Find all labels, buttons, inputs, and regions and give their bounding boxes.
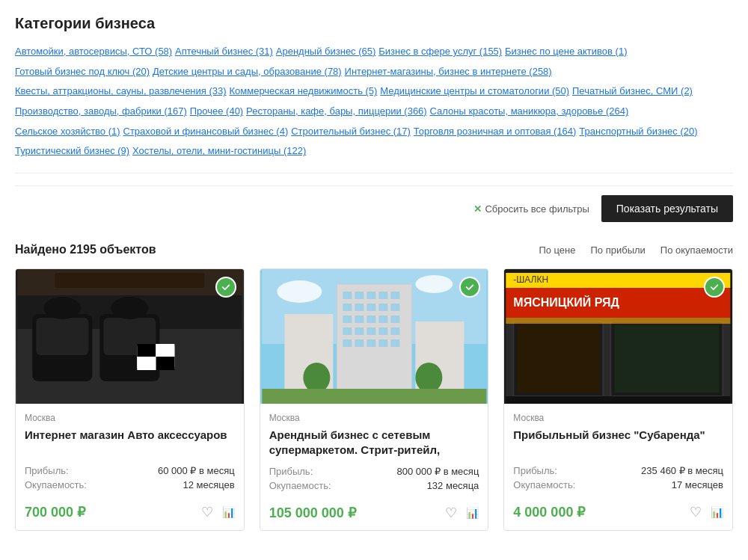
category-link-16[interactable]: Сельское хозяйство (1) (15, 126, 120, 137)
sort-option-2[interactable]: По окупаемости (660, 244, 733, 256)
card-actions: ♡📊 (445, 505, 479, 521)
payback-label: Окупаемость: (513, 479, 575, 490)
svg-point-11 (43, 297, 81, 319)
card-payback-row: Окупаемость:17 месяцев (513, 479, 723, 490)
category-link-4[interactable]: Бизнес по цене активов (1) (505, 46, 627, 57)
svg-rect-63 (506, 318, 731, 324)
category-link-17[interactable]: Страховой и финансовый бизнес (4) (123, 126, 289, 137)
svg-point-17 (277, 280, 322, 303)
favorite-button[interactable]: ♡ (201, 504, 213, 520)
category-link-6[interactable]: Детские центры и сады, образование (78) (153, 66, 342, 77)
svg-rect-52 (262, 389, 486, 404)
category-link-15[interactable]: Салоны красоты, маникюра, здоровье (264) (430, 105, 629, 117)
profit-value: 60 000 ₽ в месяц (158, 465, 235, 476)
card-actions: ♡📊 (201, 504, 235, 520)
svg-point-12 (111, 297, 148, 319)
svg-rect-42 (355, 339, 364, 347)
card-city: Москва (269, 413, 479, 423)
sort-options: По ценеПо прибылиПо окупаемости (539, 244, 733, 256)
reset-filters-label: Сбросить все фильтры (485, 203, 589, 215)
svg-rect-40 (390, 327, 399, 335)
sort-option-1[interactable]: По прибыли (591, 244, 646, 256)
category-link-2[interactable]: Арендный бизнес (65) (276, 46, 376, 57)
svg-rect-23 (367, 292, 375, 299)
category-link-5[interactable]: Готовый бизнес под ключ (20) (15, 66, 150, 77)
listing-card[interactable]: МоскваИнтернет магазин Авто аксессуаровП… (15, 268, 245, 531)
sort-option-0[interactable]: По цене (539, 244, 575, 256)
stats-button[interactable]: 📊 (222, 506, 235, 518)
card-city: Москва (25, 413, 235, 423)
category-link-20[interactable]: Транспортный бизнес (20) (579, 126, 697, 137)
svg-point-18 (415, 275, 453, 293)
category-link-19[interactable]: Торговля розничная и оптовая (164) (414, 126, 577, 137)
category-link-8[interactable]: Квесты, аттракционы, сауны, развлечения … (15, 85, 227, 96)
card-profit-row: Прибыль:235 460 ₽ в месяц (513, 465, 723, 476)
svg-rect-45 (390, 339, 399, 347)
category-link-9[interactable]: Коммерческая недвижимость (5) (229, 85, 377, 96)
category-link-11[interactable]: Печатный бизнес, СМИ (2) (572, 85, 693, 96)
svg-rect-29 (378, 304, 387, 311)
profit-label: Прибыль: (513, 465, 557, 476)
section-title: Категории бизнеса (15, 15, 733, 32)
listing-card[interactable]: МоскваАрендный бизнес с сетевым супермар… (260, 268, 489, 531)
svg-rect-7 (137, 344, 156, 357)
svg-rect-25 (390, 292, 399, 299)
svg-rect-8 (156, 357, 174, 370)
svg-rect-58 (615, 325, 720, 393)
category-link-3[interactable]: Бизнес в сфере услуг (155) (378, 46, 502, 57)
favorite-button[interactable]: ♡ (445, 505, 457, 521)
payback-value: 17 месяцев (672, 479, 723, 490)
category-link-0[interactable]: Автомойки, автосервисы, СТО (58) (15, 46, 172, 57)
svg-rect-28 (367, 304, 375, 311)
show-results-button[interactable]: Показать результаты (601, 195, 733, 222)
card-verified-badge (215, 277, 236, 298)
profit-value: 800 000 ₽ в месяц (396, 466, 479, 477)
category-link-1[interactable]: Аптечный бизнес (31) (175, 46, 273, 57)
filter-bar: ✕ Сбросить все фильтры Показать результа… (15, 185, 733, 231)
svg-rect-27 (355, 304, 364, 311)
svg-rect-3 (36, 318, 88, 355)
card-footer: 105 000 000 ₽♡📊 (269, 499, 479, 521)
svg-rect-31 (343, 316, 352, 323)
svg-point-51 (415, 363, 442, 393)
category-link-7[interactable]: Интернет-магазины, бизнес в интернете (2… (345, 66, 552, 77)
category-link-12[interactable]: Производство, заводы, фабрики (167) (15, 105, 187, 117)
payback-value: 132 месяца (427, 480, 479, 491)
category-link-13[interactable]: Прочее (40) (190, 105, 243, 117)
card-city: Москва (513, 413, 723, 423)
svg-rect-32 (355, 316, 364, 323)
svg-rect-38 (367, 327, 375, 335)
card-body: МоскваИнтернет магазин Авто аксессуаровП… (16, 404, 244, 529)
svg-rect-22 (355, 292, 364, 299)
card-price: 4 000 000 ₽ (513, 504, 585, 520)
category-link-22[interactable]: Хостелы, отели, мини-гостиницы (122) (132, 145, 306, 156)
category-link-14[interactable]: Рестораны, кафе, бары, пиццерии (366) (246, 105, 427, 117)
card-price: 105 000 000 ₽ (269, 505, 356, 521)
card-actions: ♡📊 (690, 504, 723, 520)
svg-rect-21 (343, 292, 352, 299)
results-count: Найдено 2195 объектов (15, 243, 156, 256)
category-link-10[interactable]: Медицинские центры и стоматологии (50) (380, 85, 569, 96)
card-body: МоскваПрибыльный бизнес "Субаренда"Прибы… (504, 404, 732, 529)
svg-rect-37 (355, 327, 364, 335)
card-payback-row: Окупаемость:132 месяца (269, 480, 479, 491)
category-link-21[interactable]: Туристический бизнес (9) (15, 145, 129, 156)
svg-text:-ШАЛКН: -ШАЛКН (514, 274, 549, 285)
stats-button[interactable]: 📊 (466, 507, 479, 519)
card-footer: 4 000 000 ₽♡📊 (513, 498, 723, 520)
svg-rect-39 (378, 327, 387, 335)
card-profit-row: Прибыль:60 000 ₽ в месяц (25, 465, 235, 476)
category-link-18[interactable]: Строительный бизнес (17) (291, 126, 411, 137)
divider (15, 173, 733, 173)
svg-rect-41 (343, 339, 352, 347)
card-title: Интернет магазин Авто аксессуаров (25, 428, 235, 458)
listing-card[interactable]: МЯСНИЦКИЙ РЯД -ШАЛКН МоскваПрибыльный би… (503, 268, 733, 531)
svg-rect-36 (343, 327, 352, 335)
stats-button[interactable]: 📊 (711, 506, 723, 518)
svg-rect-10 (137, 357, 156, 370)
reset-filters-button[interactable]: ✕ Сбросить все фильтры (473, 203, 589, 215)
card-title: Арендный бизнес с сетевым супермаркетом.… (269, 428, 479, 458)
card-profit-row: Прибыль:800 000 ₽ в месяц (269, 466, 479, 477)
favorite-button[interactable]: ♡ (690, 504, 702, 520)
x-icon: ✕ (473, 203, 482, 215)
